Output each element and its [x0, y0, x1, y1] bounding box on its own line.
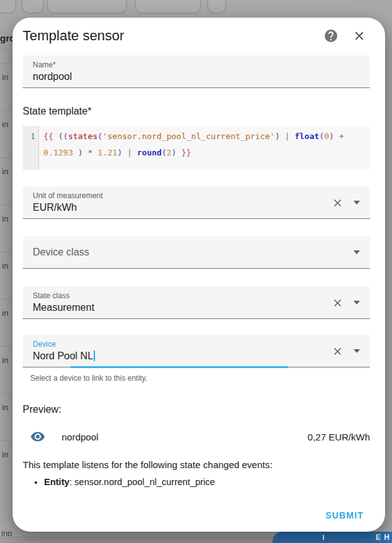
submit-button[interactable]: SUBMIT [320, 507, 369, 524]
event-value: : sensor.nord_pool_nl_current_price [69, 477, 215, 487]
template-code[interactable]: {{ ((states('sensor.nord_pool_nl_current… [39, 126, 354, 170]
background-row-label: in [2, 261, 8, 271]
state-class-field[interactable]: State class Measurement [23, 286, 370, 319]
background-divider [0, 157, 14, 158]
background-row-label: in [2, 308, 8, 318]
dropdown-arrow-icon[interactable] [354, 250, 360, 254]
template-code-editor[interactable]: 1 {{ ((states('sensor.nord_pool_nl_curre… [23, 126, 370, 170]
device-class-label: Device class [33, 247, 354, 258]
background-primary-button: E H [272, 532, 392, 543]
background-row-label: in [2, 355, 8, 365]
background-divider [0, 63, 14, 64]
dialog-title: Template sensor [23, 26, 323, 45]
background-divider [0, 49, 14, 50]
background-row-label: in [2, 214, 8, 223]
name-field-value: nordpool [33, 70, 364, 84]
dropdown-arrow-icon[interactable] [354, 349, 360, 353]
device-field-label: Device [33, 339, 332, 349]
background-divider [0, 393, 14, 394]
dropdown-arrow-icon[interactable] [354, 301, 360, 305]
line-number-gutter: 1 [23, 126, 39, 170]
state-class-value: Measurement [33, 301, 332, 315]
unit-of-measurement-field[interactable]: Unit of measurement EUR/kWh [23, 186, 370, 219]
background-chip [47, 0, 127, 14]
background-row-label: in [2, 120, 8, 129]
background-chip [0, 0, 16, 14]
preview-entity-state: 0,27 EUR/kWh [308, 432, 370, 442]
event-list-item: Entity: sensor.nord_pool_nl_current_pric… [44, 476, 370, 488]
clear-icon[interactable] [332, 197, 344, 209]
event-label: Entity [44, 477, 69, 487]
background-button-letter-fragment [323, 535, 324, 540]
text-caret [94, 350, 95, 361]
eye-icon [30, 429, 45, 444]
line-number: 1 [30, 132, 35, 141]
background-divider [0, 110, 14, 111]
listen-events-text: This template listens for the following … [23, 459, 370, 470]
help-icon[interactable] [323, 28, 339, 43]
background-row-label: in [2, 167, 8, 176]
preview-entity-row[interactable]: nordpool 0,27 EUR/kWh [23, 429, 370, 444]
close-icon[interactable] [352, 29, 366, 43]
state-template-label: State template* [23, 106, 370, 117]
background-divider [0, 252, 14, 252]
device-field-value: Nord Pool NL [33, 349, 332, 363]
state-class-label: State class [33, 291, 332, 301]
background-chip [135, 0, 201, 14]
background-row-label: in [2, 403, 8, 412]
clear-icon[interactable] [332, 345, 344, 357]
unit-field-value: EUR/kWh [33, 201, 332, 215]
preview-heading: Preview: [23, 404, 370, 415]
name-field[interactable]: Name* nordpool [23, 55, 370, 88]
clear-icon[interactable] [332, 297, 344, 309]
background-button-text-fragment: E H [376, 533, 390, 542]
background-row-label: in [2, 72, 8, 82]
dialog-header: Template sensor [23, 26, 370, 45]
device-class-field[interactable]: Device class [23, 237, 370, 269]
background-divider [0, 440, 14, 441]
background-divider [0, 346, 14, 347]
background-scrollbar [0, 536, 274, 543]
preview-entity-name: nordpool [62, 432, 308, 442]
focus-underline [70, 366, 288, 368]
background-chip [207, 0, 227, 14]
name-field-label: Name* [33, 60, 364, 70]
dropdown-arrow-icon[interactable] [354, 201, 360, 204]
listen-events-list: Entity: sensor.nord_pool_nl_current_pric… [23, 476, 370, 488]
background-chip [21, 0, 44, 14]
unit-field-label: Unit of measurement [33, 191, 332, 201]
device-field[interactable]: Device Nord Pool NL [23, 335, 370, 367]
device-helper-text: Select a device to link to this entity. [30, 374, 370, 383]
background-divider [0, 204, 14, 205]
background-divider [0, 299, 14, 299]
background-row-label: in [2, 450, 8, 459]
template-sensor-dialog: Template sensor Name* nordpool State tem… [13, 18, 385, 532]
